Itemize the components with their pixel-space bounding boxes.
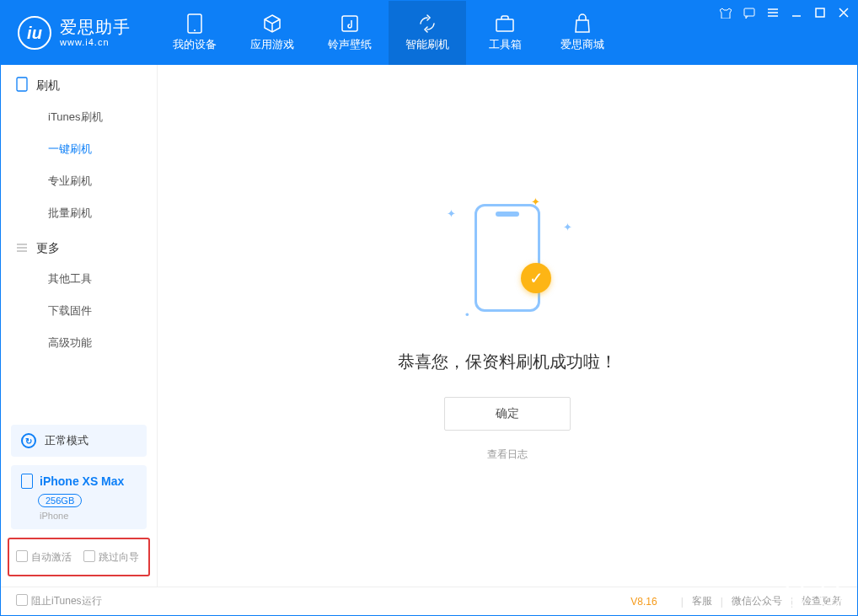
bag-icon xyxy=(572,13,593,34)
device-capacity: 256GB xyxy=(38,494,82,507)
svg-point-6 xyxy=(829,592,833,596)
window-controls xyxy=(719,6,850,19)
device-mode-box[interactable]: ↻ 正常模式 xyxy=(11,425,147,457)
confirm-button[interactable]: 确定 xyxy=(444,397,571,431)
logo: iu 爱思助手 www.i4.cn xyxy=(1,1,147,65)
sidebar-section-more: 更多 xyxy=(1,229,157,263)
sidebar-section-flash: 刷机 xyxy=(1,65,157,101)
success-title: 恭喜您，保资料刷机成功啦！ xyxy=(398,351,617,373)
minimize-button[interactable] xyxy=(790,6,803,19)
list-icon xyxy=(16,242,28,256)
tab-ringtone-wallpaper[interactable]: 铃声壁纸 xyxy=(311,1,389,65)
tab-apps-games[interactable]: 应用游戏 xyxy=(233,1,311,65)
phone-icon xyxy=(16,77,28,94)
device-info-box[interactable]: iPhone XS Max 256GB iPhone xyxy=(11,465,147,529)
tab-label: 智能刷机 xyxy=(405,37,449,52)
logo-icon: iu xyxy=(18,16,51,50)
version-label: V8.16 xyxy=(630,596,657,608)
refresh-icon xyxy=(417,13,437,34)
menu-icon[interactable] xyxy=(766,6,780,19)
svg-rect-4 xyxy=(744,8,754,16)
tab-my-device[interactable]: 我的设备 xyxy=(156,1,233,65)
success-illustration: ✓ ✦✦•✦ xyxy=(440,190,575,325)
tab-label: 工具箱 xyxy=(489,37,522,52)
svg-rect-3 xyxy=(496,19,513,31)
sidebar-item-itunes-flash[interactable]: iTunes刷机 xyxy=(1,101,157,133)
sidebar-item-download-firmware[interactable]: 下载固件 xyxy=(1,295,157,327)
maximize-button[interactable] xyxy=(813,6,827,19)
main-content: ✓ ✦✦•✦ 恭喜您，保资料刷机成功啦！ 确定 查看日志 xyxy=(158,65,857,587)
sidebar-item-other-tools[interactable]: 其他工具 xyxy=(1,263,157,295)
mode-label: 正常模式 xyxy=(45,433,88,448)
tab-label: 我的设备 xyxy=(173,37,217,52)
download-button[interactable] xyxy=(783,583,807,607)
bottom-options-highlight: 自动激活 跳过向导 xyxy=(8,538,150,576)
cube-icon xyxy=(262,13,282,34)
phone-icon xyxy=(21,474,33,489)
device-name: iPhone XS Max xyxy=(40,474,124,488)
tab-label: 应用游戏 xyxy=(250,37,294,52)
skip-guide-checkbox[interactable]: 跳过向导 xyxy=(83,550,139,565)
sidebar-item-onekey-flash[interactable]: 一键刷机 xyxy=(1,133,157,165)
tab-toolbox[interactable]: 工具箱 xyxy=(466,1,544,65)
tab-smart-flash[interactable]: 智能刷机 xyxy=(389,1,466,65)
auto-activate-checkbox[interactable]: 自动激活 xyxy=(16,550,72,565)
app-url: www.i4.cn xyxy=(60,37,131,48)
svg-point-1 xyxy=(194,29,196,31)
briefcase-icon xyxy=(495,13,515,34)
skin-icon[interactable] xyxy=(719,6,732,19)
tab-label: 爱思商城 xyxy=(560,37,604,52)
checkmark-badge-icon: ✓ xyxy=(521,263,551,293)
block-itunes-checkbox[interactable]: 阻止iTunes运行 xyxy=(16,594,102,608)
device-type: iPhone xyxy=(40,511,137,521)
close-button[interactable] xyxy=(837,6,850,19)
feedback-icon[interactable] xyxy=(743,6,756,19)
section-label: 刷机 xyxy=(36,78,60,94)
sidebar-item-advanced[interactable]: 高级功能 xyxy=(1,327,157,359)
sidebar-item-pro-flash[interactable]: 专业刷机 xyxy=(1,165,157,197)
app-name: 爱思助手 xyxy=(60,17,131,37)
tab-store[interactable]: 爱思商城 xyxy=(544,1,621,65)
svg-rect-7 xyxy=(17,78,27,91)
user-button[interactable] xyxy=(818,583,842,607)
mode-icon: ↻ xyxy=(21,433,36,448)
header-actions xyxy=(783,583,842,607)
wechat-link[interactable]: 微信公众号 xyxy=(732,594,782,608)
customer-service-link[interactable]: 客服 xyxy=(692,594,712,608)
view-log-link[interactable]: 查看日志 xyxy=(487,447,528,462)
svg-rect-2 xyxy=(342,16,357,31)
status-bar: 阻止iTunes运行 V8.16 | 客服 | 微信公众号 | 检查更新 xyxy=(1,587,857,615)
tab-label: 铃声壁纸 xyxy=(328,37,372,52)
sidebar-item-batch-flash[interactable]: 批量刷机 xyxy=(1,197,157,229)
section-label: 更多 xyxy=(36,241,60,256)
music-icon xyxy=(340,13,360,34)
device-icon xyxy=(185,13,205,34)
svg-rect-5 xyxy=(816,8,824,17)
header: iu 爱思助手 www.i4.cn 我的设备 应用游戏 铃声壁纸 智能刷机 xyxy=(1,1,857,65)
